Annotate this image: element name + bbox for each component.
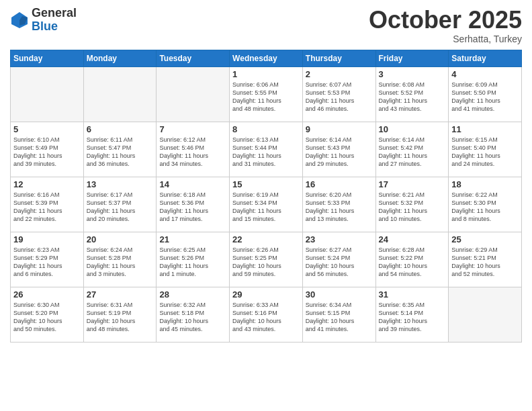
day-number: 15 xyxy=(232,179,300,189)
header: General Blue October 2025 Serhatta, Turk… xyxy=(10,7,522,44)
calendar-col-header: Wednesday xyxy=(230,50,303,66)
day-info: Sunrise: 6:23 AM Sunset: 5:29 PM Dayligh… xyxy=(13,246,81,279)
day-info: Sunrise: 6:12 AM Sunset: 5:46 PM Dayligh… xyxy=(159,136,226,169)
day-info: Sunrise: 6:30 AM Sunset: 5:20 PM Dayligh… xyxy=(13,301,81,334)
day-number: 21 xyxy=(159,234,226,244)
day-number: 11 xyxy=(451,124,519,134)
calendar-cell: 19Sunrise: 6:23 AM Sunset: 5:29 PM Dayli… xyxy=(11,232,84,287)
calendar-week-row: 19Sunrise: 6:23 AM Sunset: 5:29 PM Dayli… xyxy=(11,232,522,287)
logo-text: General Blue xyxy=(32,7,77,34)
calendar-cell: 26Sunrise: 6:30 AM Sunset: 5:20 PM Dayli… xyxy=(11,287,84,342)
day-info: Sunrise: 6:22 AM Sunset: 5:30 PM Dayligh… xyxy=(451,191,519,224)
calendar-cell: 5Sunrise: 6:10 AM Sunset: 5:49 PM Daylig… xyxy=(11,122,84,177)
day-number: 5 xyxy=(13,124,81,134)
calendar-week-row: 12Sunrise: 6:16 AM Sunset: 5:39 PM Dayli… xyxy=(11,177,522,232)
calendar-cell: 8Sunrise: 6:13 AM Sunset: 5:44 PM Daylig… xyxy=(230,122,303,177)
calendar-cell: 17Sunrise: 6:21 AM Sunset: 5:32 PM Dayli… xyxy=(375,177,449,232)
day-info: Sunrise: 6:17 AM Sunset: 5:37 PM Dayligh… xyxy=(87,191,154,224)
day-info: Sunrise: 6:14 AM Sunset: 5:42 PM Dayligh… xyxy=(379,136,446,169)
day-info: Sunrise: 6:14 AM Sunset: 5:43 PM Dayligh… xyxy=(306,136,373,169)
calendar-cell: 27Sunrise: 6:31 AM Sunset: 5:19 PM Dayli… xyxy=(83,287,157,342)
logo: General Blue xyxy=(10,7,77,34)
calendar-cell xyxy=(449,287,522,342)
day-number: 25 xyxy=(451,234,519,244)
calendar-cell: 21Sunrise: 6:25 AM Sunset: 5:26 PM Dayli… xyxy=(157,232,230,287)
day-number: 18 xyxy=(451,179,519,189)
calendar-cell: 14Sunrise: 6:18 AM Sunset: 5:36 PM Dayli… xyxy=(157,177,230,232)
calendar-week-row: 5Sunrise: 6:10 AM Sunset: 5:49 PM Daylig… xyxy=(11,122,522,177)
day-info: Sunrise: 6:31 AM Sunset: 5:19 PM Dayligh… xyxy=(87,301,154,334)
day-info: Sunrise: 6:29 AM Sunset: 5:21 PM Dayligh… xyxy=(451,246,519,279)
calendar-cell: 6Sunrise: 6:11 AM Sunset: 5:47 PM Daylig… xyxy=(83,122,157,177)
calendar-cell: 7Sunrise: 6:12 AM Sunset: 5:46 PM Daylig… xyxy=(157,122,230,177)
day-number: 28 xyxy=(159,289,226,300)
day-number: 6 xyxy=(87,124,154,134)
calendar-cell: 13Sunrise: 6:17 AM Sunset: 5:37 PM Dayli… xyxy=(83,177,157,232)
day-info: Sunrise: 6:08 AM Sunset: 5:52 PM Dayligh… xyxy=(379,81,446,113)
calendar-cell: 12Sunrise: 6:16 AM Sunset: 5:39 PM Dayli… xyxy=(11,177,84,232)
calendar-cell: 3Sunrise: 6:08 AM Sunset: 5:52 PM Daylig… xyxy=(375,66,449,122)
calendar-week-row: 26Sunrise: 6:30 AM Sunset: 5:20 PM Dayli… xyxy=(11,287,522,342)
day-number: 24 xyxy=(379,234,446,244)
calendar-cell: 24Sunrise: 6:28 AM Sunset: 5:22 PM Dayli… xyxy=(375,232,449,287)
calendar-cell: 30Sunrise: 6:34 AM Sunset: 5:15 PM Dayli… xyxy=(302,287,375,342)
day-number: 22 xyxy=(232,234,300,244)
calendar-cell: 23Sunrise: 6:27 AM Sunset: 5:24 PM Dayli… xyxy=(302,232,375,287)
calendar-table: SundayMondayTuesdayWednesdayThursdayFrid… xyxy=(10,50,522,342)
day-number: 13 xyxy=(87,179,154,189)
calendar-cell xyxy=(83,66,157,122)
logo-icon xyxy=(10,11,29,30)
day-number: 8 xyxy=(232,124,300,134)
day-info: Sunrise: 6:32 AM Sunset: 5:18 PM Dayligh… xyxy=(159,301,226,334)
day-info: Sunrise: 6:35 AM Sunset: 5:14 PM Dayligh… xyxy=(379,301,446,334)
calendar-cell: 20Sunrise: 6:24 AM Sunset: 5:28 PM Dayli… xyxy=(83,232,157,287)
calendar-cell: 31Sunrise: 6:35 AM Sunset: 5:14 PM Dayli… xyxy=(375,287,449,342)
day-number: 17 xyxy=(379,179,446,189)
calendar-col-header: Thursday xyxy=(302,50,375,66)
calendar-cell: 22Sunrise: 6:26 AM Sunset: 5:25 PM Dayli… xyxy=(230,232,303,287)
day-number: 27 xyxy=(87,289,154,300)
day-info: Sunrise: 6:24 AM Sunset: 5:28 PM Dayligh… xyxy=(87,246,154,279)
calendar-cell xyxy=(11,66,84,122)
day-info: Sunrise: 6:07 AM Sunset: 5:53 PM Dayligh… xyxy=(306,81,373,113)
logo-blue-text: Blue xyxy=(32,20,77,34)
day-number: 2 xyxy=(306,69,373,79)
day-info: Sunrise: 6:19 AM Sunset: 5:34 PM Dayligh… xyxy=(232,191,300,224)
day-info: Sunrise: 6:34 AM Sunset: 5:15 PM Dayligh… xyxy=(306,301,373,334)
day-info: Sunrise: 6:16 AM Sunset: 5:39 PM Dayligh… xyxy=(13,191,81,224)
calendar-col-header: Saturday xyxy=(449,50,522,66)
calendar-cell: 16Sunrise: 6:20 AM Sunset: 5:33 PM Dayli… xyxy=(302,177,375,232)
calendar-cell: 1Sunrise: 6:06 AM Sunset: 5:55 PM Daylig… xyxy=(230,66,303,122)
day-number: 4 xyxy=(451,69,519,79)
calendar-col-header: Tuesday xyxy=(157,50,230,66)
day-number: 1 xyxy=(232,69,300,79)
day-number: 3 xyxy=(379,69,446,79)
day-info: Sunrise: 6:13 AM Sunset: 5:44 PM Dayligh… xyxy=(232,136,300,169)
calendar-cell xyxy=(157,66,230,122)
day-info: Sunrise: 6:10 AM Sunset: 5:49 PM Dayligh… xyxy=(13,136,81,169)
calendar-cell: 25Sunrise: 6:29 AM Sunset: 5:21 PM Dayli… xyxy=(449,232,522,287)
calendar-cell: 28Sunrise: 6:32 AM Sunset: 5:18 PM Dayli… xyxy=(157,287,230,342)
calendar-cell: 4Sunrise: 6:09 AM Sunset: 5:50 PM Daylig… xyxy=(449,66,522,122)
day-info: Sunrise: 6:06 AM Sunset: 5:55 PM Dayligh… xyxy=(232,81,300,113)
day-number: 9 xyxy=(306,124,373,134)
day-info: Sunrise: 6:26 AM Sunset: 5:25 PM Dayligh… xyxy=(232,246,300,279)
month-title: October 2025 xyxy=(369,7,522,34)
day-info: Sunrise: 6:11 AM Sunset: 5:47 PM Dayligh… xyxy=(87,136,154,169)
day-number: 23 xyxy=(306,234,373,244)
day-info: Sunrise: 6:18 AM Sunset: 5:36 PM Dayligh… xyxy=(159,191,226,224)
day-info: Sunrise: 6:20 AM Sunset: 5:33 PM Dayligh… xyxy=(306,191,373,224)
day-number: 14 xyxy=(159,179,226,189)
day-number: 16 xyxy=(306,179,373,189)
calendar-cell: 15Sunrise: 6:19 AM Sunset: 5:34 PM Dayli… xyxy=(230,177,303,232)
day-number: 26 xyxy=(13,289,81,300)
day-number: 29 xyxy=(232,289,300,300)
day-info: Sunrise: 6:33 AM Sunset: 5:16 PM Dayligh… xyxy=(232,301,300,334)
day-number: 31 xyxy=(379,289,446,300)
calendar-header-row: SundayMondayTuesdayWednesdayThursdayFrid… xyxy=(11,50,522,66)
calendar-cell: 29Sunrise: 6:33 AM Sunset: 5:16 PM Dayli… xyxy=(230,287,303,342)
calendar-col-header: Monday xyxy=(83,50,157,66)
title-block: October 2025 Serhatta, Turkey xyxy=(369,7,522,44)
page: General Blue October 2025 Serhatta, Turk… xyxy=(0,0,532,411)
day-info: Sunrise: 6:28 AM Sunset: 5:22 PM Dayligh… xyxy=(379,246,446,279)
